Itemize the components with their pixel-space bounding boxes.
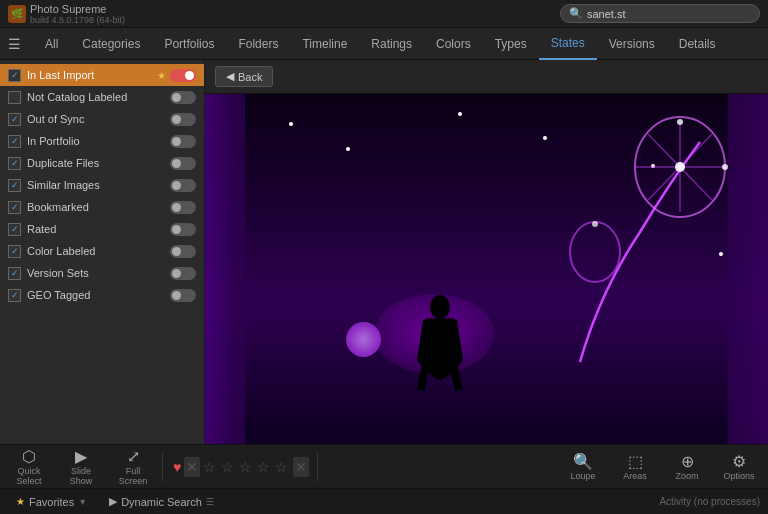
checkbox-similar-images[interactable] xyxy=(8,179,21,192)
toolbar-separator-2 xyxy=(317,452,318,482)
checkbox-version-sets[interactable] xyxy=(8,267,21,280)
status-bar: Activity (no processes) xyxy=(659,496,760,507)
loupe-label: Loupe xyxy=(570,472,595,482)
heart-button[interactable]: ♥ xyxy=(171,457,183,477)
svg-point-7 xyxy=(677,119,683,125)
toggle-version-sets[interactable] xyxy=(170,267,196,280)
star-5-button[interactable]: ☆ xyxy=(273,457,290,477)
options-button[interactable]: ⚙ Options xyxy=(714,447,764,487)
tab-portfolios[interactable]: Portfolios xyxy=(152,28,226,60)
star-3-button[interactable]: ☆ xyxy=(237,457,254,477)
dynamic-search-item[interactable]: ▶ Dynamic Search ☰ xyxy=(101,493,222,510)
favorites-item[interactable]: ★ Favorites ▼ xyxy=(8,494,95,510)
tab-timeline[interactable]: Timeline xyxy=(290,28,359,60)
quick-select-button[interactable]: ⬡ Quick Select xyxy=(4,447,54,487)
sidebar-label-rated: Rated xyxy=(27,223,170,235)
toggle-not-catalog-labeled[interactable] xyxy=(170,91,196,104)
star-4-button[interactable]: ☆ xyxy=(255,457,272,477)
toggle-rated[interactable] xyxy=(170,223,196,236)
back-label: Back xyxy=(238,71,262,83)
image-area xyxy=(205,94,768,444)
sidebar-item-out-of-sync[interactable]: Out of Sync xyxy=(0,108,204,130)
svg-point-8 xyxy=(722,164,728,170)
sidebar-item-geo-tagged[interactable]: GEO Tagged xyxy=(0,284,204,306)
scene-flower xyxy=(520,112,740,382)
quick-select-icon: ⬡ xyxy=(22,447,36,466)
sidebar-item-similar-images[interactable]: Similar Images xyxy=(0,174,204,196)
sidebar-label-out-of-sync: Out of Sync xyxy=(27,113,170,125)
bottom-toolbar: ⬡ Quick Select ▶ Slide Show ⤢ Full Scree… xyxy=(0,444,768,488)
clear-rating-button[interactable]: ✕ xyxy=(184,457,200,477)
toggle-out-of-sync[interactable] xyxy=(170,113,196,126)
dynamic-search-menu-icon: ☰ xyxy=(206,497,214,507)
sidebar-item-rated[interactable]: Rated xyxy=(0,218,204,240)
tab-all[interactable]: All xyxy=(33,28,70,60)
tab-details[interactable]: Details xyxy=(667,28,728,60)
areas-button[interactable]: ⬚ Areas xyxy=(610,447,660,487)
hamburger-button[interactable]: ☰ xyxy=(4,32,25,56)
svg-point-0 xyxy=(430,295,450,319)
toggle-in-portfolio[interactable] xyxy=(170,135,196,148)
footer: ★ Favorites ▼ ▶ Dynamic Search ☰ Activit… xyxy=(0,488,768,514)
checkbox-in-last-import[interactable] xyxy=(8,69,21,82)
app-logo-icon: 🌿 xyxy=(8,5,26,23)
sidebar-item-bookmarked[interactable]: Bookmarked xyxy=(0,196,204,218)
image-display xyxy=(205,94,768,444)
full-screen-icon: ⤢ xyxy=(127,447,140,466)
tab-types[interactable]: Types xyxy=(483,28,539,60)
tab-versions[interactable]: Versions xyxy=(597,28,667,60)
sidebar-label-bookmarked: Bookmarked xyxy=(27,201,170,213)
reject-button[interactable]: ✕ xyxy=(293,457,309,477)
sidebar-item-color-labeled[interactable]: Color Labeled xyxy=(0,240,204,262)
checkbox-out-of-sync[interactable] xyxy=(8,113,21,126)
checkbox-in-portfolio[interactable] xyxy=(8,135,21,148)
app-subtitle: build 4.5.0.1798 (64-bit) xyxy=(30,15,125,25)
zoom-button[interactable]: ⊕ Zoom xyxy=(662,447,712,487)
main-area: In Last Import ★ Not Catalog Labeled Out… xyxy=(0,60,768,444)
full-screen-button[interactable]: ⤢ Full Screen xyxy=(108,447,158,487)
sidebar-item-in-last-import[interactable]: In Last Import ★ xyxy=(0,64,204,86)
full-screen-label: Full Screen xyxy=(111,467,155,487)
toggle-color-labeled[interactable] xyxy=(170,245,196,258)
search-input[interactable] xyxy=(587,8,751,20)
quick-select-label: Quick Select xyxy=(7,467,51,487)
checkbox-bookmarked[interactable] xyxy=(8,201,21,214)
sidebar-item-in-portfolio[interactable]: In Portfolio xyxy=(0,130,204,152)
toggle-in-last-import[interactable] xyxy=(170,69,196,82)
sidebar: In Last Import ★ Not Catalog Labeled Out… xyxy=(0,60,205,444)
slide-show-icon: ▶ xyxy=(75,447,87,466)
back-button[interactable]: ◀ Back xyxy=(215,66,273,87)
sidebar-item-version-sets[interactable]: Version Sets xyxy=(0,262,204,284)
slide-show-button[interactable]: ▶ Slide Show xyxy=(56,447,106,487)
toggle-geo-tagged[interactable] xyxy=(170,289,196,302)
toggle-similar-images[interactable] xyxy=(170,179,196,192)
star-icon-in-last-import: ★ xyxy=(157,70,166,81)
favorites-expand-icon: ▼ xyxy=(78,497,87,507)
checkbox-geo-tagged[interactable] xyxy=(8,289,21,302)
tab-colors[interactable]: Colors xyxy=(424,28,483,60)
sidebar-label-color-labeled: Color Labeled xyxy=(27,245,170,257)
sidebar-label-not-catalog-labeled: Not Catalog Labeled xyxy=(27,91,170,103)
sidebar-item-duplicate-files[interactable]: Duplicate Files xyxy=(0,152,204,174)
tab-states[interactable]: States xyxy=(539,28,597,60)
star-1-button[interactable]: ☆ xyxy=(201,457,218,477)
checkbox-not-catalog-labeled[interactable] xyxy=(8,91,21,104)
options-icon: ⚙ xyxy=(732,452,746,471)
star-2-button[interactable]: ☆ xyxy=(219,457,236,477)
search-icon: 🔍 xyxy=(569,7,583,20)
toggle-bookmarked[interactable] xyxy=(170,201,196,214)
tab-folders[interactable]: Folders xyxy=(226,28,290,60)
tab-categories[interactable]: Categories xyxy=(70,28,152,60)
sidebar-item-not-catalog-labeled[interactable]: Not Catalog Labeled xyxy=(0,86,204,108)
checkbox-rated[interactable] xyxy=(8,223,21,236)
checkbox-color-labeled[interactable] xyxy=(8,245,21,258)
search-bar[interactable]: 🔍 xyxy=(560,4,760,23)
checkbox-duplicate-files[interactable] xyxy=(8,157,21,170)
tab-ratings[interactable]: Ratings xyxy=(359,28,424,60)
loupe-button[interactable]: 🔍 Loupe xyxy=(558,447,608,487)
loupe-icon: 🔍 xyxy=(573,452,593,471)
top-bar: 🌿 Photo Supreme build 4.5.0.1798 (64-bit… xyxy=(0,0,768,28)
zoom-label: Zoom xyxy=(675,472,698,482)
areas-icon: ⬚ xyxy=(628,452,643,471)
toggle-duplicate-files[interactable] xyxy=(170,157,196,170)
